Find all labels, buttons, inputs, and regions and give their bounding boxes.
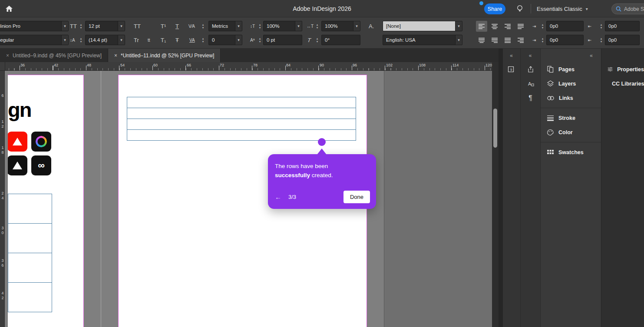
chevron-down-icon[interactable]: ▾ [455,21,462,31]
acrobat-icon[interactable] [8,132,27,152]
back-arrow-button[interactable]: ← [275,193,281,201]
horizontal-ruler[interactable]: 36 42 48 54 60 66 72 78 84 90 96 102 108… [0,62,492,71]
stock-search-field[interactable]: Adobe S [611,3,644,14]
panel-item-cc-libraries[interactable]: CC Libraries [601,76,644,91]
panel-item-color[interactable]: Color [541,125,601,139]
indesign-logo-text[interactable]: gn [8,98,31,122]
table-row[interactable] [127,119,356,130]
vertical-scale-stepper[interactable]: ▴▾ [257,21,263,31]
chevron-down-icon[interactable]: ▾ [118,21,125,31]
lightbulb-icon[interactable] [515,3,525,14]
skew-field[interactable]: 0° [321,35,360,45]
panel-item-stroke[interactable]: Stroke [541,111,601,125]
document-table[interactable] [127,97,356,141]
align-left-button[interactable] [476,21,487,32]
chevron-down-icon[interactable]: ▾ [295,21,302,31]
table-row[interactable] [127,108,356,119]
creative-cloud-black-icon[interactable]: ∞ [31,155,51,175]
last-line-indent-field[interactable]: 0p0 [605,35,640,45]
table-row[interactable] [127,97,356,108]
language-select[interactable]: English: USA ▾ [383,35,462,45]
ruler-origin-box[interactable] [0,62,5,71]
vertical-scrollbar[interactable] [492,62,499,327]
left-page-table[interactable] [8,194,52,312]
collapse-panels-icon[interactable]: « [590,53,593,59]
skew-stepper[interactable]: ▴▾ [314,35,320,45]
leading-stepper[interactable]: ▴▾ [78,35,84,45]
right-indent-stepper[interactable]: ▴▾ [598,21,604,31]
all-caps-icon[interactable]: TT [134,21,141,31]
paragraph-styles-icon[interactable]: ¶ [521,91,540,105]
table-row[interactable] [8,223,52,253]
panel-item-pages[interactable]: Pages [541,62,601,76]
chevron-down-icon[interactable]: ▾ [61,21,68,31]
tracking-select[interactable]: 0 ▾ [208,35,242,45]
horizontal-scale-stepper[interactable]: ▴▾ [314,21,320,31]
done-button[interactable]: Done [343,191,370,203]
chevron-down-icon[interactable]: ▾ [118,35,125,45]
panel-item-layers[interactable]: Layers [541,76,601,91]
chevron-down-icon[interactable]: ▾ [61,35,68,45]
font-size-select[interactable]: 12 pt ▾ [85,21,125,31]
acrobat-black-icon[interactable] [8,155,27,175]
panel-item-links[interactable]: Links [541,91,601,105]
align-right-button[interactable] [502,21,513,32]
justify-right-button[interactable] [489,35,500,46]
panel-item-swatches[interactable]: Swatches [541,145,601,159]
justify-left-button[interactable] [515,21,526,32]
page-left[interactable]: gn ∞ [8,75,84,327]
pages-grid-icon[interactable]: 5 [503,62,520,76]
left-indent-stepper[interactable]: ▴▾ [540,21,545,31]
superscript-icon[interactable]: T¹ [161,21,166,31]
tracking-stepper[interactable]: ▴▾ [200,35,206,45]
chevron-down-icon[interactable]: ▾ [235,21,242,31]
leading-select[interactable]: (14.4 pt) ▾ [85,35,125,45]
font-style-select[interactable]: Regular ▾ [0,35,69,45]
justify-center-button[interactable] [476,35,487,46]
kerning-select[interactable]: Metrics ▾ [208,21,242,31]
close-icon[interactable]: × [6,53,9,59]
first-line-indent-stepper[interactable]: ▴▾ [540,35,545,45]
subscript-icon[interactable]: T₁ [161,35,166,45]
lowercase-icon[interactable]: tt [148,35,150,45]
horizontal-scale-select[interactable]: 100% ▾ [321,21,360,31]
underline-icon[interactable]: T [175,21,179,31]
tab-untitled-11[interactable]: × *Untitled–11.indd @ 52% [GPU Preview] [108,49,221,62]
baseline-shift-field[interactable]: 0 pt [263,35,302,45]
scrollbar-thumb[interactable] [493,109,497,148]
last-line-indent-stepper[interactable]: ▴▾ [598,35,604,45]
small-caps-icon[interactable]: Tr [134,35,139,45]
workspace-switcher[interactable]: Essentials Classic ▾ [537,0,588,17]
collapse-panels-icon[interactable]: « [529,53,532,59]
strikethrough-icon[interactable]: Ŧ [175,35,179,45]
table-row[interactable] [8,282,52,312]
vertical-ruler[interactable]: 6 12 18 24 30 36 42 [0,71,5,327]
pasteboard[interactable]: 6 12 18 24 30 36 42 gn ∞ [0,71,492,327]
creative-cloud-color-icon[interactable] [31,132,51,152]
chevron-down-icon[interactable]: ▾ [455,35,462,45]
align-towards-spine-button[interactable] [515,35,526,46]
color-icon [547,129,554,136]
left-indent-field[interactable]: 0p0 [546,21,584,31]
collapse-panels-icon[interactable]: « [510,53,513,59]
font-family-select[interactable]: Minion Pro ▾ [0,21,69,31]
table-row[interactable] [8,194,52,224]
font-size-stepper[interactable]: ▴▾ [78,21,84,31]
export-panel-icon[interactable] [521,62,540,76]
align-center-button[interactable] [489,21,500,32]
right-indent-field[interactable]: 0p0 [605,21,640,31]
tab-untitled-9[interactable]: × Untitled–9.indd @ 45% [GPU Preview] [0,49,108,62]
close-icon[interactable]: × [114,53,117,59]
table-row[interactable] [8,253,52,283]
character-styles-icon[interactable]: A [521,76,540,91]
first-line-indent-field[interactable]: 0p0 [546,35,584,45]
kerning-stepper[interactable]: ▴▾ [200,21,206,31]
baseline-shift-stepper[interactable]: ▴▾ [257,35,263,45]
chevron-down-icon[interactable]: ▾ [235,35,242,45]
vertical-scale-select[interactable]: 100% ▾ [263,21,302,31]
justify-all-button[interactable] [502,35,513,46]
character-style-select[interactable]: [None] ▾ [383,21,462,31]
panel-item-properties[interactable]: Properties [601,62,644,76]
chevron-down-icon[interactable]: ▾ [353,21,360,31]
share-button[interactable]: Share [484,3,505,14]
